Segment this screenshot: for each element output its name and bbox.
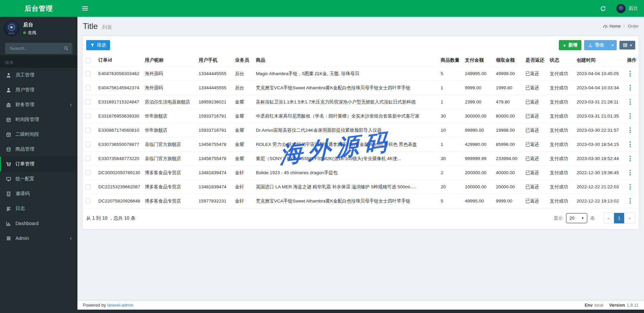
returned-cell: 已返还	[523, 137, 547, 152]
online-status-dot	[23, 31, 26, 34]
calendar-icon	[5, 117, 12, 122]
sidebar-item-config[interactable]: 统一配置	[0, 171, 77, 186]
row-actions-button[interactable]	[627, 183, 633, 190]
qty-cell: 2	[438, 166, 462, 180]
app-window: 后台管理 后台 2022 后台	[0, 0, 644, 313]
sidebar-toggle-button[interactable]	[82, 0, 96, 17]
receive_amount-cell: 1999.80	[493, 81, 523, 95]
nickname-cell: 华帝旗舰店	[142, 123, 196, 137]
sidebar-item-label: 用户管理	[15, 87, 34, 93]
sidebar-item-users[interactable]: 用户管理	[0, 83, 77, 97]
row-actions-button[interactable]	[627, 155, 633, 162]
pagination-prev-button[interactable]: «	[604, 213, 614, 223]
salesman-cell: 金耀	[232, 95, 253, 109]
row-actions-button[interactable]	[627, 84, 633, 91]
laravel-admin-link[interactable]: laravel-admin	[107, 303, 133, 308]
sidebar-item-products[interactable]: 商品管理	[0, 142, 77, 157]
status-cell: 支付成功	[547, 152, 574, 166]
row-actions-button[interactable]	[627, 197, 633, 205]
row-checkbox[interactable]	[86, 114, 91, 119]
sidebar-item-label: 统一配置	[15, 176, 34, 182]
app-logo[interactable]: 后台管理	[0, 0, 77, 17]
sidebar-item-admin[interactable]: Admin	[0, 231, 77, 246]
row-checkbox[interactable]	[86, 85, 91, 90]
row-checkbox[interactable]	[86, 142, 91, 147]
created_at-cell: 2023-03-30 18:52:44	[574, 152, 624, 166]
select-all-checkbox[interactable]	[86, 58, 91, 63]
row-actions-button[interactable]	[627, 141, 633, 148]
returned-cell: 已返还	[523, 109, 547, 123]
row-actions-button[interactable]	[627, 169, 633, 176]
pagination-next-button[interactable]: »	[624, 213, 635, 223]
export-button[interactable]: 导出	[584, 40, 608, 50]
sidebar-item-staff[interactable]: 员工管理	[0, 68, 77, 83]
created_at-cell: 2023-03-30 22:31:57	[574, 123, 624, 137]
row-checkbox[interactable]	[86, 156, 91, 161]
product-cell: 梵克雅宝VCA手链Sweet Alhambra黄K金配白色珍珠贝母手链女士四叶草…	[253, 194, 438, 208]
top-navbar: 后台	[77, 0, 644, 17]
row-checkbox[interactable]	[86, 71, 91, 76]
receive_amount-cell: 19998.00	[493, 123, 523, 137]
phone-cell: 13344445555	[196, 67, 232, 81]
row-checkbox[interactable]	[86, 198, 91, 204]
sidebar-item-timeslot2[interactable]: 二级时间段	[0, 127, 77, 142]
row-actions-button[interactable]	[627, 98, 633, 105]
export-caret-button[interactable]: ▾	[608, 40, 617, 50]
nickname-cell: 博多客食品专营店	[142, 166, 196, 180]
salesman-cell: 金轩	[232, 194, 253, 208]
search-input[interactable]	[9, 45, 61, 51]
row-actions-button[interactable]	[627, 113, 633, 120]
refresh-icon[interactable]	[597, 0, 609, 17]
sidebar-menu: 员工管理用户管理财务管理时间段管理二级时间段商品管理订单管理统一配置邀请码日志D…	[0, 68, 77, 246]
create-button[interactable]: + 新增	[559, 40, 581, 50]
user-menu[interactable]: 后台	[616, 4, 639, 13]
sidebar-item-timeslot[interactable]: 时间段管理	[0, 112, 77, 127]
sidebar-item-orders[interactable]: 订单管理	[0, 157, 77, 171]
sidebar-item-logs[interactable]: 日志	[0, 201, 77, 216]
sidebar-item-dashboard[interactable]: Dashboard	[0, 216, 77, 231]
page-size-unit: 条	[590, 215, 595, 221]
breadcrumb-home-link[interactable]: Home	[603, 24, 620, 29]
created_at-cell: 2022-12-22 21:22:03	[574, 180, 624, 194]
sidebar-search	[5, 43, 72, 54]
phone-cell: 15977832231	[196, 194, 232, 208]
pay_amount-cell: 300000.00	[462, 109, 493, 123]
filter-button[interactable]: 筛选	[86, 40, 110, 50]
columns-button[interactable]: ▾	[619, 41, 635, 50]
row-checkbox[interactable]	[86, 170, 91, 175]
row-checkbox[interactable]	[86, 128, 91, 133]
receive_amount-cell: 40000.00	[493, 166, 523, 180]
sidebar-item-invite[interactable]: 邀请码	[0, 186, 77, 201]
user-icon	[5, 88, 12, 93]
phone-cell: 18959236021	[196, 95, 232, 109]
row-checkbox[interactable]	[86, 184, 91, 189]
returned-cell: 已返还	[523, 81, 547, 95]
pay_amount-cell: 99990.00	[462, 123, 493, 137]
row-checkbox[interactable]	[86, 99, 91, 104]
table-row: DC22075820926648博多客食品专营店15977832231金轩梵克雅…	[83, 194, 639, 208]
row-actions-button[interactable]	[627, 127, 633, 134]
sidebar-item-label: 商品管理	[15, 146, 34, 152]
table-row: E330867174560810华帝旗舰店15933716791金耀Dr.Arr…	[83, 123, 639, 137]
row-actions-button[interactable]	[627, 70, 633, 77]
created_at-cell: 2023-03-30 18:54:15	[574, 137, 624, 152]
orders-card: 筛选 + 新增 导出	[83, 36, 639, 229]
pagination-page-1[interactable]: 1	[614, 213, 624, 223]
returned-cell: 已返还	[523, 152, 547, 166]
chevron-left-icon	[69, 237, 73, 240]
page-size-select[interactable]: 20 ▾	[566, 213, 587, 223]
table-row: E404763056303462海外源码13344445555后台Magic A…	[83, 67, 639, 81]
sidebar-item-finance[interactable]: 财务管理	[0, 97, 77, 112]
online-status-label: 在线	[28, 30, 36, 36]
nickname-cell: 海外源码	[142, 67, 196, 81]
env-label: Env	[585, 303, 593, 308]
caret-down-icon: ▾	[612, 43, 614, 47]
created_at-cell: 2022-12-30 19:36:45	[574, 166, 624, 180]
calendar-check-icon	[5, 132, 12, 137]
powered-by-text: Powered by	[83, 303, 106, 308]
search-icon[interactable]	[61, 43, 71, 54]
order_id-cell: E404756145942374	[96, 81, 142, 95]
pay_amount-cell: 49995.00	[462, 194, 493, 208]
order_id-cell: DC22153239662087	[96, 180, 142, 194]
product-cell: Dr.Arrivo宙斯美容仪二代24K金家用面部提拉紧致脸部导入仪器	[253, 123, 438, 137]
